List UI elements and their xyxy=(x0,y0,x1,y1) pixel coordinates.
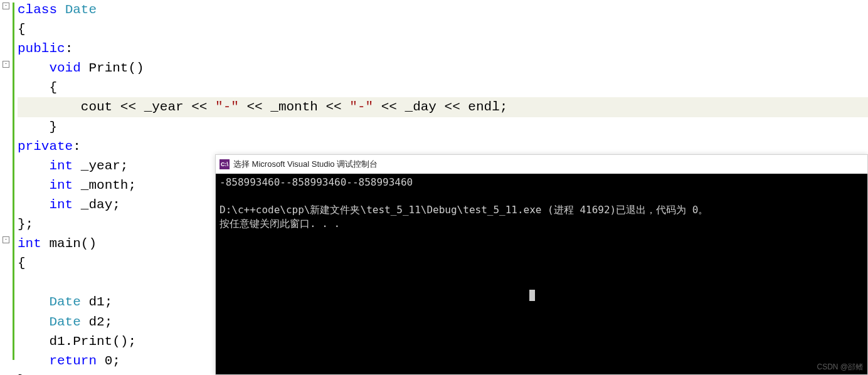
code-token: private xyxy=(18,139,73,154)
code-token: return xyxy=(18,354,105,368)
code-token: << _day << endl; xyxy=(373,100,507,114)
code-token: _month; xyxy=(81,178,136,193)
code-token: _year; xyxy=(81,159,129,173)
console-title-text: 选择 Microsoft Visual Studio 调试控制台 xyxy=(233,159,378,170)
console-line: D:\c++code\cpp\新建文件夹\test_5_11\Debug\tes… xyxy=(220,204,708,216)
code-token: class xyxy=(18,3,65,17)
code-token: 0; xyxy=(105,354,120,368)
debug-console-window: C:\ 选择 Microsoft Visual Studio 调试控制台 -85… xyxy=(215,154,868,375)
code-line[interactable]: { xyxy=(18,78,868,97)
code-token: } xyxy=(18,120,57,134)
code-token: Print() xyxy=(88,61,144,75)
code-token: d1; xyxy=(88,295,112,309)
code-token: }; xyxy=(18,217,33,231)
fold-toggle[interactable]: - xyxy=(3,236,9,243)
fold-gutter: --- xyxy=(0,0,13,375)
code-token: Date xyxy=(18,315,88,329)
code-line[interactable]: { xyxy=(18,19,868,39)
code-token: int xyxy=(18,198,81,212)
console-icon: C:\ xyxy=(220,159,230,169)
code-token: main() xyxy=(49,236,97,251)
fold-toggle[interactable]: - xyxy=(3,61,9,68)
code-token: void xyxy=(18,61,88,75)
code-token: { xyxy=(18,256,26,270)
code-token: : xyxy=(65,41,73,56)
code-token: "-" xyxy=(215,100,239,114)
code-line[interactable]: cout << _year << "-" << _month << "-" <<… xyxy=(18,97,868,117)
code-token: "-" xyxy=(349,100,373,114)
code-token: int xyxy=(18,236,49,251)
code-token: _day; xyxy=(81,198,120,212)
console-line: 按任意键关闭此窗口. . . xyxy=(220,218,340,230)
console-line: -858993460--858993460--858993460 xyxy=(220,176,413,188)
code-line[interactable]: class Date xyxy=(18,0,868,19)
code-line[interactable]: void Print() xyxy=(18,58,868,78)
code-token: int xyxy=(18,159,81,173)
console-cursor xyxy=(529,290,535,301)
code-token: d2; xyxy=(88,315,112,329)
code-token: d1.Print(); xyxy=(18,334,136,349)
code-line[interactable]: } xyxy=(18,117,868,137)
code-token: int xyxy=(18,178,81,193)
console-output[interactable]: -858993460--858993460--858993460 D:\c++c… xyxy=(216,174,867,374)
code-token: { xyxy=(18,80,57,95)
code-token: cout << _year << xyxy=(18,100,215,114)
change-bar xyxy=(13,3,14,360)
code-line[interactable]: private: xyxy=(18,137,868,156)
code-token: public xyxy=(18,41,65,56)
code-token: << _month << xyxy=(239,100,349,114)
console-titlebar[interactable]: C:\ 选择 Microsoft Visual Studio 调试控制台 xyxy=(216,155,867,174)
fold-toggle[interactable]: - xyxy=(3,3,9,9)
code-line[interactable]: public: xyxy=(18,39,868,58)
code-token: Date xyxy=(18,295,88,309)
code-token: Date xyxy=(65,3,97,17)
code-token: : xyxy=(73,139,81,154)
watermark: CSDN @郤鳍 xyxy=(817,362,863,372)
code-token: { xyxy=(18,22,26,36)
